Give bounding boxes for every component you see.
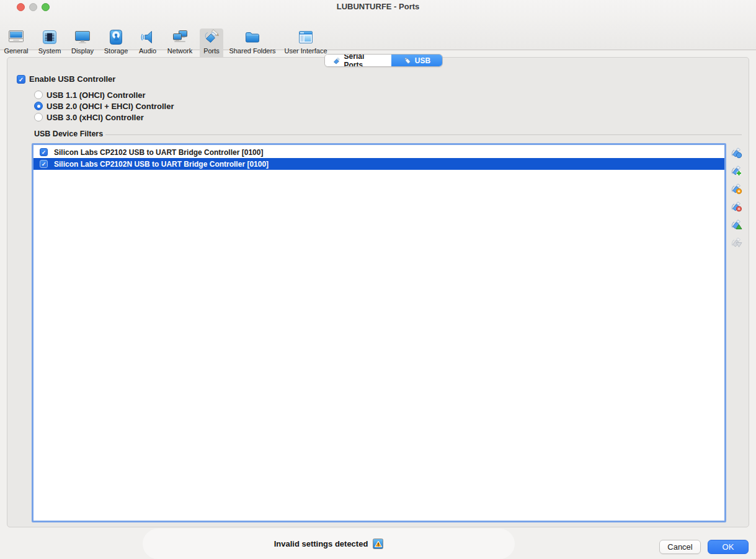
filter-label: Silicon Labs CP2102N USB to UART Bridge … bbox=[54, 160, 269, 169]
toolbar-label: User Interface bbox=[284, 47, 327, 55]
toolbar-label: System bbox=[38, 47, 61, 55]
toolbar-label: Network bbox=[167, 47, 192, 55]
storage-icon bbox=[108, 29, 124, 45]
shared-folders-icon bbox=[244, 29, 260, 45]
window-title: LUBUNTURFE - Ports bbox=[0, 0, 756, 14]
move-filter-up-button[interactable] bbox=[729, 218, 743, 231]
ports-tabbar: Serial Ports USB bbox=[324, 54, 443, 67]
filter-checkbox[interactable]: ✓ bbox=[40, 148, 48, 156]
enable-usb-checkbox[interactable]: ✓ bbox=[17, 75, 25, 84]
remove-filter-icon bbox=[730, 200, 742, 213]
usb-filter-row[interactable]: ✓ Silicon Labs CP2102 USB to UART Bridge… bbox=[33, 146, 724, 158]
enable-usb-row: ✓ Enable USB Controller bbox=[17, 74, 115, 84]
tab-serial-ports[interactable]: Serial Ports bbox=[325, 55, 391, 66]
invalid-settings-text: Invalid settings detected bbox=[274, 539, 368, 548]
virtualbox-settings-window: { "window": { "title": "LUBUNTURFE - Por… bbox=[0, 0, 756, 559]
toolbar-label: Storage bbox=[104, 47, 128, 55]
usb30-radio-row: USB 3.0 (xHCI) Controller bbox=[34, 112, 144, 122]
toolbar-item-system[interactable]: System bbox=[35, 29, 64, 59]
toolbar-item-audio[interactable]: Audio bbox=[133, 29, 162, 59]
serial-ports-icon bbox=[332, 56, 341, 65]
move-filter-down-button bbox=[729, 236, 743, 249]
usb30-radio[interactable] bbox=[34, 113, 43, 121]
toolbar-label: Audio bbox=[139, 47, 156, 55]
usb11-radio[interactable] bbox=[34, 90, 43, 99]
toolbar-item-network[interactable]: Network bbox=[161, 29, 199, 59]
toolbar-item-display[interactable]: Display bbox=[68, 29, 97, 59]
user-interface-icon bbox=[298, 29, 314, 45]
add-empty-filter-icon bbox=[730, 146, 742, 159]
window-header: LUBUNTURFE - Ports General System bbox=[0, 0, 756, 50]
usb11-label[interactable]: USB 1.1 (OHCI) Controller bbox=[47, 90, 146, 100]
usb30-label[interactable]: USB 3.0 (xHCI) Controller bbox=[47, 113, 144, 122]
settings-toolbar: General System Display bbox=[0, 14, 756, 50]
enable-usb-label[interactable]: Enable USB Controller bbox=[29, 74, 115, 84]
toolbar-label: General bbox=[4, 47, 28, 55]
titlebar[interactable]: LUBUNTURFE - Ports bbox=[0, 0, 756, 14]
add-filter-from-device-icon bbox=[730, 164, 742, 177]
toolbar-item-ports[interactable]: Ports bbox=[200, 29, 223, 59]
tab-label: USB bbox=[415, 56, 430, 65]
add-filter-from-device-button[interactable] bbox=[729, 164, 743, 177]
toolbar-item-general[interactable]: General bbox=[1, 29, 31, 59]
network-icon bbox=[172, 29, 188, 45]
display-icon bbox=[74, 29, 91, 45]
add-empty-filter-button[interactable] bbox=[729, 146, 743, 159]
toolbar-item-shared-folders[interactable]: Shared Folders bbox=[221, 29, 283, 59]
usb20-label[interactable]: USB 2.0 (OHCI + EHCI) Controller bbox=[47, 102, 174, 111]
tab-usb[interactable]: USB bbox=[391, 55, 442, 66]
status-bubble: Invalid settings detected bbox=[143, 529, 515, 559]
general-icon bbox=[8, 29, 24, 45]
usb20-radio-row: USB 2.0 (OHCI + EHCI) Controller bbox=[34, 101, 174, 111]
usb-icon bbox=[403, 56, 412, 65]
move-filter-up-icon bbox=[730, 218, 742, 231]
toolbar-label: Ports bbox=[203, 47, 220, 55]
move-filter-down-icon bbox=[730, 236, 742, 249]
invalid-settings-warning-icon bbox=[373, 539, 383, 549]
edit-filter-icon bbox=[730, 182, 742, 195]
filter-checkbox[interactable]: ✓ bbox=[40, 160, 48, 168]
remove-filter-button[interactable] bbox=[729, 200, 743, 213]
filter-label: Silicon Labs CP2102 USB to UART Bridge C… bbox=[54, 148, 263, 157]
usb20-radio[interactable] bbox=[34, 102, 43, 110]
tab-label: Serial Ports bbox=[344, 54, 384, 67]
section-divider bbox=[105, 134, 742, 135]
cancel-button[interactable]: Cancel bbox=[659, 540, 701, 554]
ports-icon bbox=[203, 29, 220, 45]
usb11-radio-row: USB 1.1 (OHCI) Controller bbox=[34, 90, 146, 100]
toolbar-label: Shared Folders bbox=[229, 47, 275, 55]
usb-filter-list[interactable]: ✓ Silicon Labs CP2102 USB to UART Bridge… bbox=[32, 143, 726, 522]
usb-device-filters-heading: USB Device Filters bbox=[34, 130, 103, 138]
ok-button[interactable]: OK bbox=[708, 540, 749, 554]
toolbar-label: Display bbox=[71, 47, 94, 55]
usb-filter-row-selected[interactable]: ✓ Silicon Labs CP2102N USB to UART Bridg… bbox=[33, 158, 724, 170]
system-icon bbox=[42, 29, 58, 45]
toolbar-item-storage[interactable]: Storage bbox=[101, 29, 131, 59]
audio-icon bbox=[140, 29, 156, 45]
edit-filter-button[interactable] bbox=[729, 182, 743, 195]
filter-actions-toolbar bbox=[729, 146, 743, 254]
